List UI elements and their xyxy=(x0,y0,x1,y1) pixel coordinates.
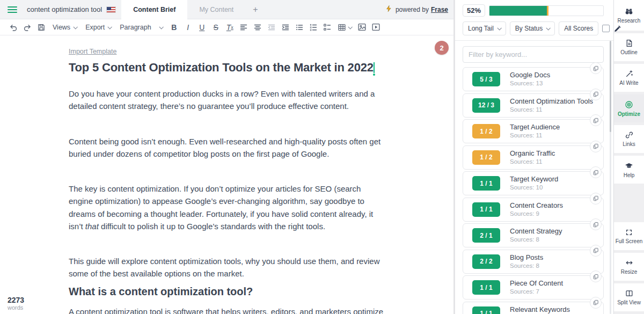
topic-title: Google Docs xyxy=(510,71,550,79)
nav-full-screen[interactable]: Full Screen xyxy=(614,222,644,250)
copy-icon[interactable] xyxy=(590,245,602,257)
bullet-list-button[interactable] xyxy=(292,21,306,34)
insert-image-button[interactable] xyxy=(355,21,369,34)
align-left-button[interactable] xyxy=(237,21,251,34)
save-button[interactable] xyxy=(34,21,48,34)
import-template-link[interactable]: Import Template xyxy=(69,48,116,55)
topic-card[interactable]: 5 / 3 Google DocsSources: 13 xyxy=(463,67,604,91)
topic-card[interactable]: 1 / 1 Target KeywordSources: 10 xyxy=(463,171,604,195)
copy-icon[interactable] xyxy=(590,141,602,152)
strikethrough-button[interactable]: S xyxy=(209,21,223,34)
check-list-button[interactable] xyxy=(320,21,334,34)
paragraph-5: A content optimization tool is software … xyxy=(69,305,386,314)
undo-button[interactable] xyxy=(6,21,20,34)
table-button[interactable] xyxy=(334,21,355,34)
clear-formatting-button[interactable]: Tx xyxy=(223,21,237,34)
align-center-button[interactable] xyxy=(251,21,265,34)
highlight-checkbox[interactable] xyxy=(602,25,610,32)
topic-sources: Sources: 10 xyxy=(510,184,558,191)
by-status-dropdown[interactable]: By Status xyxy=(510,21,555,35)
document-heading: Top 5 Content Optimization Tools on the … xyxy=(69,61,397,75)
topic-score-badge: 1 / 1 xyxy=(472,280,500,295)
redo-button[interactable] xyxy=(20,21,34,34)
topic-sources: Sources: 9 xyxy=(510,210,563,217)
panel-scrollbar[interactable] xyxy=(610,41,611,314)
document-icon xyxy=(625,39,633,47)
topic-card[interactable]: 1 / 1 Relevant KeywordsSources: 7 xyxy=(463,302,604,314)
copy-icon[interactable] xyxy=(590,166,602,178)
indent-button[interactable] xyxy=(279,21,292,34)
highlighter-pen-icon[interactable] xyxy=(613,25,621,33)
topic-card[interactable]: 2 / 2 Blog PostsSources: 8 xyxy=(463,250,604,274)
topic-score-progress-bar xyxy=(489,5,604,16)
export-dropdown[interactable]: Export xyxy=(81,21,115,34)
topic-card[interactable]: 1 / 1 Piece Of ContentSources: 7 xyxy=(463,275,604,300)
nav-split-view[interactable]: Split View xyxy=(614,283,644,311)
word-count: 2273 words xyxy=(8,296,24,311)
frase-link[interactable]: Frase xyxy=(431,6,448,13)
topic-title: Target Keyword xyxy=(510,175,558,184)
numbered-list-button[interactable] xyxy=(306,21,320,34)
copy-icon[interactable] xyxy=(590,218,602,230)
copy-icon[interactable] xyxy=(590,193,602,205)
topic-score-badge: 12 / 3 xyxy=(472,98,500,113)
nav-spacer xyxy=(614,186,644,222)
annotated-term[interactable]: software xyxy=(173,307,203,314)
nav-optimize[interactable]: Optimize xyxy=(614,94,644,122)
topic-title: Target Audience xyxy=(510,123,560,132)
split-view-icon xyxy=(625,289,633,297)
topic-title: Content Strategy xyxy=(510,227,562,236)
powered-by: powered by Frase xyxy=(385,5,453,14)
document-editor[interactable]: Import Template Top 5 Content Optimizati… xyxy=(0,35,453,314)
paragraph-style-dropdown[interactable]: Paragraph xyxy=(115,21,167,34)
topic-title: Piece Of Content xyxy=(510,279,563,288)
topic-card[interactable]: 2 / 1 Content StrategySources: 8 xyxy=(463,223,604,247)
all-scores-button[interactable]: All Scores xyxy=(559,21,598,35)
topic-card[interactable]: 1 / 1 Content CreatorsSources: 9 xyxy=(463,198,604,222)
nav-outline[interactable]: Outline xyxy=(614,33,644,61)
topic-sources: Sources: 8 xyxy=(510,262,543,269)
topic-title: Organic Traffic xyxy=(510,149,555,158)
hamburger-menu-icon[interactable] xyxy=(8,5,17,14)
topic-list: 5 / 3 Google DocsSources: 13 12 / 3 Cont… xyxy=(463,67,604,314)
topic-sources: Sources: 11 xyxy=(510,158,555,165)
views-dropdown[interactable]: Views xyxy=(48,21,81,34)
tab-content-brief[interactable]: Content Brief xyxy=(121,0,187,19)
topic-title: Blog Posts xyxy=(510,253,543,262)
document-title-label: content optimization tool xyxy=(27,5,102,13)
bold-button[interactable]: B xyxy=(167,21,181,34)
nav-help[interactable]: Help xyxy=(614,156,644,184)
topic-title: Relevant Keywords xyxy=(510,305,570,314)
underline-button[interactable]: U xyxy=(195,21,209,34)
copy-icon[interactable] xyxy=(590,62,602,74)
resize-arrows-icon xyxy=(625,259,633,267)
paragraph-1: Do you have your content production duck… xyxy=(69,87,386,113)
topic-card[interactable]: 12 / 3 Content Optimization ToolsSources… xyxy=(463,93,604,118)
new-tab-button[interactable]: + xyxy=(245,5,265,14)
keyword-filter-input[interactable] xyxy=(463,46,604,63)
topic-score-badge: 2 / 2 xyxy=(472,254,500,269)
copy-icon[interactable] xyxy=(590,89,602,100)
tab-my-content[interactable]: My Content xyxy=(187,0,245,19)
topic-score-badge: 1 / 2 xyxy=(472,150,500,165)
topic-card[interactable]: 1 / 2 Target AudienceSources: 11 xyxy=(463,119,604,143)
italic-button[interactable]: I xyxy=(181,21,195,34)
copy-icon[interactable] xyxy=(590,297,602,309)
topic-sources: Sources: 13 xyxy=(510,79,550,87)
long-tail-dropdown[interactable]: Long Tail xyxy=(463,21,506,35)
copy-icon[interactable] xyxy=(590,114,602,126)
topic-card[interactable]: 1 / 2 Organic TrafficSources: 11 xyxy=(463,145,604,170)
lightning-icon xyxy=(385,5,392,14)
nav-links[interactable]: Links xyxy=(614,125,644,153)
comment-count-badge[interactable]: 2 xyxy=(435,41,449,55)
topic-title: Content Optimization Tools xyxy=(510,97,593,106)
topic-score-badge: 1 / 1 xyxy=(472,176,500,191)
copy-icon[interactable] xyxy=(590,271,602,282)
full-screen-icon xyxy=(625,229,633,236)
nav-resize[interactable]: Resize xyxy=(614,253,644,281)
outdent-button[interactable] xyxy=(265,21,279,34)
topic-score-badge: 5 / 3 xyxy=(472,72,500,86)
topic-title: Content Creators xyxy=(510,201,563,210)
nav-ai-write[interactable]: AI Write xyxy=(614,64,644,92)
insert-video-button[interactable] xyxy=(369,21,383,34)
